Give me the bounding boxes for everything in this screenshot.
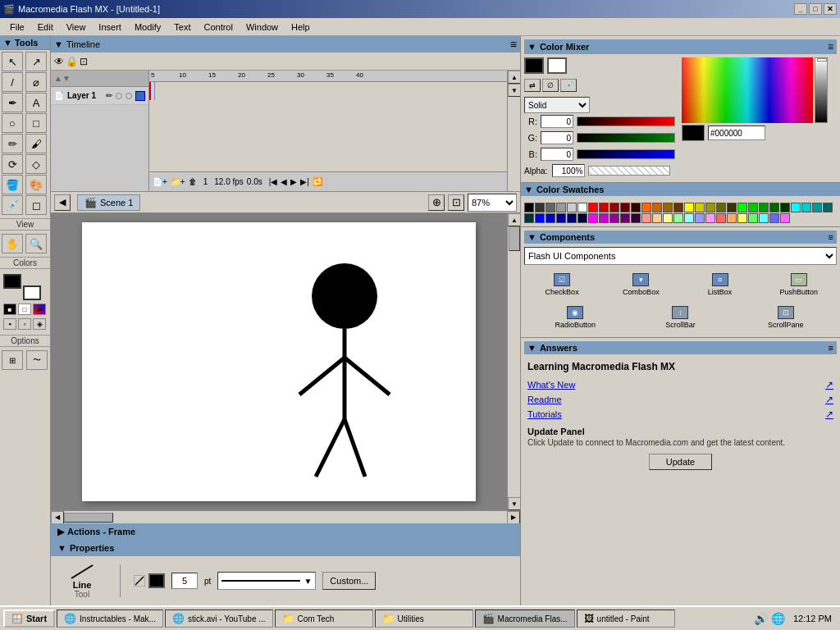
g-slider[interactable] [577,133,675,143]
fill-color-swatch-mixer[interactable] [547,57,567,74]
taskbar-item-paint[interactable]: 🖼 untitled - Paint [577,609,675,628]
start-button[interactable]: 🪟 Start [3,609,55,628]
mode-btn[interactable]: ◈ [33,318,46,330]
no-stroke-btn[interactable]: ■ [3,304,16,315]
color-swatch[interactable] [684,213,694,223]
color-swatch[interactable] [588,213,598,223]
fill-color-swatch[interactable] [23,285,41,300]
menu-control[interactable]: Control [197,21,239,34]
b-input[interactable] [541,148,573,161]
tool-oval[interactable]: ○ [2,113,23,133]
alpha-slider[interactable] [588,166,670,176]
color-swatch[interactable] [812,203,822,212]
tool-text[interactable]: A [25,93,47,112]
color-swatch[interactable] [769,213,779,223]
add-layer-btn[interactable]: 📄+ [153,177,167,186]
r-input[interactable] [541,115,573,128]
color-swatch[interactable] [524,213,534,223]
color-swatch[interactable] [716,203,726,212]
tool-hand[interactable]: ✋ [2,234,23,253]
color-swatch[interactable] [748,203,758,212]
color-swatch[interactable] [567,213,577,223]
menu-edit[interactable]: Edit [31,21,60,34]
fill-opt-btn[interactable]: ▫ [18,318,31,330]
tool-zoom[interactable]: 🔍 [25,234,47,253]
taskbar-item-youtube[interactable]: 🌐 stick.avi - YouTube ... [165,609,273,628]
color-swatch[interactable] [663,213,673,223]
color-swatch[interactable] [609,213,619,223]
component-checkbox[interactable]: ☑ CheckBox [524,272,600,298]
stage-hscroll-thumb[interactable] [64,513,113,523]
minimize-btn[interactable]: _ [794,3,807,15]
color-swatch[interactable] [524,203,534,212]
color-swatch[interactable] [684,203,694,212]
readme-link[interactable]: Readme ↗ [527,394,833,405]
stroke-color-swatch-mixer[interactable] [524,57,544,74]
next-frame-btn[interactable]: ▶| [300,177,309,186]
stage-hscroll-left[interactable]: ◀ [51,511,64,524]
color-swatch[interactable] [695,203,705,212]
tool-eraser[interactable]: ◻ [25,195,47,215]
component-pushbutton[interactable]: ▭ PushButton [761,272,837,298]
color-swatch[interactable] [631,213,641,223]
menu-help[interactable]: Help [285,21,317,34]
stroke-type-select[interactable]: Solid [524,97,590,113]
components-options-btn[interactable]: ≡ [829,232,833,242]
show-all-btn[interactable]: 👁 [54,56,64,67]
vscroll-up-btn[interactable]: ▲ [508,71,520,84]
tool-subselect[interactable]: ↗ [25,52,47,71]
color-swatch[interactable] [737,213,747,223]
eyedropper-mixer-icon[interactable]: 💉 [560,79,577,92]
tool-fill-xform[interactable]: ◇ [25,154,47,174]
tool-eyedropper[interactable]: 💉 [2,195,23,215]
color-swatch[interactable] [652,203,662,212]
stroke-style-display[interactable]: ▼ [217,572,316,590]
color-swatch[interactable] [759,213,769,223]
tool-freexform[interactable]: ⟳ [2,154,23,174]
component-combobox[interactable]: ▾ ComboBox [603,272,678,298]
delete-layer-btn[interactable]: 🗑 [189,177,197,186]
color-swatch[interactable] [695,213,705,223]
menu-window[interactable]: Window [240,21,285,34]
color-swatch[interactable] [673,203,683,212]
color-swatch[interactable] [556,203,566,212]
color-swatch[interactable] [641,203,651,212]
color-swatch[interactable] [748,213,758,223]
color-swatch[interactable] [673,213,683,223]
prev-frame-btn[interactable]: ◀ [281,177,287,186]
no-fill-btn[interactable]: □ [18,304,31,315]
g-input[interactable] [541,131,573,144]
color-swatch[interactable] [578,203,587,212]
stage-hscroll-right[interactable]: ▶ [507,511,520,524]
color-swatch[interactable] [716,213,726,223]
answers-options-btn[interactable]: ≡ [829,343,833,353]
vscroll-down-btn[interactable]: ▼ [508,84,520,97]
tool-pencil[interactable]: ✏ [2,134,23,153]
color-swatch[interactable] [599,203,609,212]
r-slider[interactable] [577,116,675,126]
tool-paint-bucket[interactable]: 🎨 [25,175,47,194]
stroke-size-input[interactable] [171,573,198,589]
component-radiobutton[interactable]: ◉ RadioButton [524,304,626,331]
stroke-opt-btn[interactable]: ▪ [3,318,16,330]
taskbar-item-comtech[interactable]: 📁 Com Tech [275,609,373,628]
menu-text[interactable]: Text [167,21,197,34]
color-swatch[interactable] [801,203,811,212]
tool-line[interactable]: / [2,72,23,92]
menu-file[interactable]: File [3,21,31,34]
hex-input[interactable] [708,126,765,140]
stage-vscroll-thumb[interactable] [509,226,520,251]
tool-lasso[interactable]: ⌀ [25,72,47,92]
color-swatch[interactable] [780,203,790,212]
stroke-color-swatch[interactable] [3,274,21,289]
layer-1-row[interactable]: 📄 Layer 1 ✏ [51,87,148,105]
taskbar-item-flash[interactable]: 🎬 Macromedia Flas... [475,609,575,628]
tool-ink[interactable]: 🪣 [2,175,23,194]
color-swatch[interactable] [769,203,779,212]
color-swatch[interactable] [588,203,598,212]
components-dropdown[interactable]: Flash UI Components [524,247,837,265]
color-swatch[interactable] [641,213,651,223]
custom-btn[interactable]: Custom... [322,572,376,590]
brightness-slider[interactable] [815,57,828,123]
menu-modify[interactable]: Modify [128,21,167,34]
